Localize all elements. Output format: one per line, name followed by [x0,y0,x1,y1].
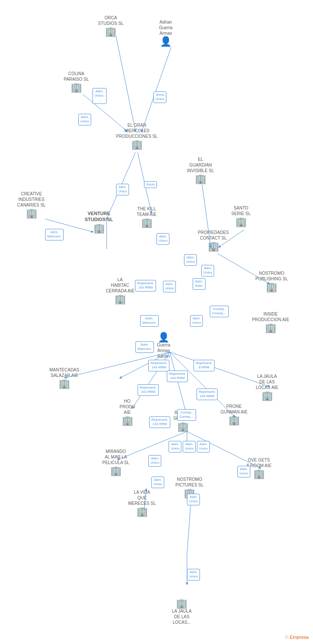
mantecadas-salazar-label: MANTECADAS SALAZAR AIE [49,367,79,378]
badge-adm-unico-colina: Adm.Unico,... [92,88,107,104]
colina-paraiso-label: COLINA PARAISO SL [64,71,89,82]
prone-gunman-label: PRONE GUNMAN AIE [221,404,248,415]
the-kill-team-node: THE KILL TEAM AIE 🏢 [137,206,156,228]
badge-represent-2: Represent.143 RRM [148,360,169,371]
badge-adm-unico-mirando: Adm.Unico [148,455,161,467]
inside-produccion-node: INSIDE PRODUCCION AIE 🏢 [252,311,289,333]
badge-represent-6: Represent.143 RRM [149,416,170,428]
the-kill-team-icon: 🏢 [141,218,153,228]
adrian-guerra-icon: 👤 [160,37,172,46]
la-habitac-label: LA HABITAC CERRADA AIE [106,277,135,294]
creative-industries-node: CREATIVE INDUSTRIES CANARIES SL 🏢 [17,191,46,218]
ho-produ-label: HO PRODU AIE [120,398,135,415]
badge-adm-unico-prop2: Adm.Unico [201,265,214,276]
creative-industries-icon: 🏢 [26,209,37,218]
propiedades-contact-label: PROPIEDADES CONTACT SL [198,230,229,241]
orca-studios-node: ORCA STUDIOS SL 🏢 [98,15,123,36]
prone-gunman-icon: 🏢 [228,416,240,425]
badge-adm-unico-r1: Adm.Unico [169,441,181,453]
badge-represent-4: Represent.143 RRM [167,371,188,382]
la-jaula-locas2-icon: 🏢 [176,599,187,608]
badge-adm-unico-kill: Adm.Unico [156,233,169,245]
la-jaula-locas-icon: 🏢 [261,391,273,401]
badge-adm-unico-colina2: Adm.Unico [78,114,91,125]
mirando-al-mar-icon: 🏢 [110,466,122,476]
badge-adm-unico-r3: Adm.Unico [197,441,210,453]
badge-adm-unico-prop1: Adm.Unico [184,254,197,266]
badge-represent-7: Represent.143 RRM [196,389,218,400]
badge-adm-unico-venture: Adm.Unico [116,184,129,195]
badge-adm-unico-nostromo-p: Adm.Unico [187,494,200,505]
adrian-guerra-label: Adrian Guerra Armas [159,19,172,36]
watermark: © Empresa [285,635,309,640]
ove-gets-room-icon: 🏢 [253,469,265,479]
el-gran-miercoles-icon: 🏢 [131,140,143,149]
la-habitac-node: LA HABITAC CERRADA AIE 🏢 [106,277,135,304]
badge-socio-venture: Socio [144,181,157,188]
guerra-armas-person-icon: 👤 [158,333,169,342]
nostromo-publishing-label: NOSTROMO PUBLISHING SL [255,270,288,282]
el-gran-miercoles-label: EL GRAN MIERCOLES PRODUCCIONES SL [116,122,158,139]
svg-line-0 [116,36,135,131]
badge-adm-unico-ove: Adm.Unico [237,466,250,477]
badge-adm-unico-r2: Adm.Unico [183,441,196,453]
venture-studios-icon: 🏢 [93,224,105,233]
venture-studios-node: VENTURE STUDIOS SL 🏢 [85,210,113,233]
diagram: ORCA STUDIOS SL 🏢 Adrian Guerra Armas 👤 … [0,0,313,644]
mirando-al-mar-label: MIRANDO AL MAR LA PELICULA SL [102,449,129,465]
rdibox-spain-icon: 🏢 [177,422,189,431]
badge-adm-unico-hab: Adm.Unico [163,281,176,292]
watermark-brand: Empresa [290,635,309,640]
ho-produ-node: HO PRODU AIE 🏢 [120,398,135,425]
orca-studios-label: ORCA STUDIOS SL [98,15,123,26]
la-vida-que-mereces-label: LA VIDA QUE MERECES SL [128,489,156,506]
colina-paraiso-icon: 🏢 [71,83,82,92]
la-vida-que-mereces-node: LA VIDA QUE MERECES SL 🏢 [128,489,156,516]
badge-represent-5: Represent.143 RRM [138,384,159,396]
el-guardian-label: EL GUARDIAN INVISIBLE SL [187,157,214,173]
la-habitac-icon: 🏢 [114,295,126,304]
badge-adm-mancom2: Adm.Mancom. [140,315,159,327]
nostromo-publishing-node: NOSTROMO PUBLISHING SL 🏢 [255,270,288,292]
ho-produ-icon: 🏢 [122,416,133,425]
orca-studios-icon: 🏢 [105,27,117,36]
el-gran-miercoles-node: EL GRAN MIERCOLES PRODUCCIONES SL 🏢 [116,122,158,149]
el-guardian-node: EL GUARDIAN INVISIBLE SL 🏢 [187,157,214,184]
la-vida-que-mereces-icon: 🏢 [136,507,148,516]
badge-adm-unico-la-vida: Adm.Unico [151,477,164,488]
mantecadas-salazar-node: MANTECADAS SALAZAR AIE 🏢 [49,367,79,389]
propiedades-contact-icon: 🏢 [208,242,219,251]
la-jaula-locas2-node: 🏢 LA JAULA DE LAS LOCAS... [172,599,192,626]
badge-adm-mancom-creative: Adm.Mancom. [45,229,64,240]
guerra-armas-person-label: Guerra Armas Adrian [157,342,170,359]
inside-produccion-label: INSIDE PRODUCCION AIE [252,311,289,322]
badge-represent-3: Represent.8 RRM [193,360,215,371]
santo-serie-icon: 🏢 [235,217,247,227]
nostromo-pictures-label: NOSTROMO PICTURES SL [175,477,204,488]
mirando-al-mar-node: MIRANDO AL MAR LA PELICULA SL 🏢 [102,449,129,476]
inside-produccion-icon: 🏢 [265,323,276,333]
badge-adm-unico-inside: Adm.Unico [190,315,203,327]
badge-represent-1: Represent.143 RRM [135,280,156,292]
mantecadas-salazar-icon: 🏢 [58,379,70,389]
badge-adm-mancom3: Adm.Mancom. [135,341,154,353]
la-jaula-locas-label: LA JAULA DE LAS LOCAS AIE [256,374,278,390]
badge-adm-unico-final: Adm.Unico [187,569,200,580]
nostromo-publishing-icon: 🏢 [266,283,277,292]
badge-consej1: Consej..Consej.... [210,306,229,317]
guerra-armas-person-node: 👤 Guerra Armas Adrian [157,333,170,360]
svg-line-1 [142,47,171,131]
badge-socio-unico: SocioÚnico [153,91,166,103]
badge-consej2: Consej..Consej.... [177,409,196,421]
badge-adm-solid: Adm.Solid. [193,278,206,290]
prone-gunman-node: PRONE GUNMAN AIE 🏢 [221,404,248,425]
la-jaula-locas-node: LA JAULA DE LAS LOCAS AIE 🏢 [256,374,278,401]
adrian-guerra-node: Adrian Guerra Armas 👤 [159,19,172,46]
svg-line-13 [170,352,187,416]
creative-industries-label: CREATIVE INDUSTRIES CANARIES SL [17,191,46,208]
venture-studios-label: VENTURE STUDIOS SL [85,210,113,223]
colina-paraiso-node: COLINA PARAISO SL 🏢 [64,71,89,92]
la-jaula-locas2-label: LA JAULA DE LAS LOCAS... [172,608,192,625]
santo-serie-node: SANTO SERIE SL 🏢 [231,205,251,227]
the-kill-team-label: THE KILL TEAM AIE [137,206,156,217]
